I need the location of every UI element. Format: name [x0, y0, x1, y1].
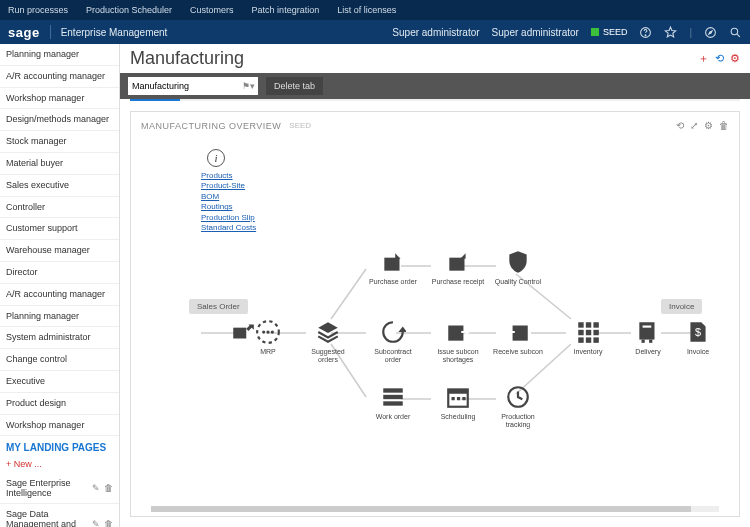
- node-suggested[interactable]: Suggested orders: [301, 319, 355, 363]
- sidebar: Planning manager A/R accounting manager …: [0, 44, 120, 527]
- app-header: sage Enterprise Management Super adminis…: [0, 20, 750, 44]
- edit-icon[interactable]: ✎: [92, 519, 100, 527]
- info-link[interactable]: Standard Costs: [201, 223, 256, 233]
- topnav-link[interactable]: Production Scheduler: [86, 5, 172, 15]
- top-nav: Run processes Production Scheduler Custo…: [0, 0, 750, 20]
- topnav-link[interactable]: Patch integration: [252, 5, 320, 15]
- delete-icon[interactable]: 🗑: [719, 120, 729, 131]
- svg-rect-45: [586, 337, 591, 342]
- info-icon[interactable]: i: [207, 149, 225, 167]
- node-inv[interactable]: Inventory: [561, 319, 615, 356]
- search-icon[interactable]: [729, 26, 742, 39]
- sidebar-item[interactable]: Change control: [0, 349, 119, 371]
- svg-rect-44: [578, 337, 583, 342]
- svg-rect-42: [586, 330, 591, 335]
- add-icon[interactable]: ＋: [698, 51, 709, 66]
- svg-point-1: [645, 34, 646, 35]
- node-del[interactable]: Delivery: [621, 319, 675, 356]
- compass-icon[interactable]: [704, 26, 717, 39]
- sidebar-item[interactable]: A/R accounting manager: [0, 66, 119, 88]
- help-icon[interactable]: [639, 26, 652, 39]
- topnav-link[interactable]: Customers: [190, 5, 234, 15]
- refresh-icon[interactable]: ⟲: [676, 120, 684, 131]
- topnav-link[interactable]: Run processes: [8, 5, 68, 15]
- landing-item[interactable]: Sage Enterprise Intelligence✎🗑: [0, 473, 119, 504]
- delete-icon[interactable]: 🗑: [104, 483, 113, 493]
- svg-rect-30: [383, 395, 403, 399]
- sidebar-item[interactable]: Workshop manager: [0, 415, 119, 437]
- svg-rect-41: [578, 330, 583, 335]
- invoice-tag[interactable]: Invoice: [661, 299, 702, 314]
- svg-point-3: [731, 28, 738, 35]
- sidebar-item[interactable]: A/R accounting manager: [0, 284, 119, 306]
- delete-icon[interactable]: 🗑: [104, 519, 113, 527]
- node-recv[interactable]: Receive subcon: [491, 319, 545, 356]
- flag-icon[interactable]: ⚑▾: [242, 81, 255, 91]
- info-link[interactable]: BOM: [201, 192, 256, 202]
- sales-order-tag[interactable]: Sales Order: [189, 299, 248, 314]
- node-mrp[interactable]: MRP: [241, 319, 295, 356]
- sidebar-item[interactable]: Material buyer: [0, 153, 119, 175]
- favorite-icon[interactable]: [664, 26, 677, 39]
- node-pr[interactable]: Purchase receipt: [431, 249, 485, 286]
- svg-rect-27: [448, 326, 463, 341]
- svg-rect-43: [593, 330, 598, 335]
- node-sched[interactable]: Scheduling: [431, 384, 485, 421]
- edit-icon[interactable]: ✎: [92, 483, 100, 493]
- gear-icon[interactable]: ⚙: [730, 52, 740, 65]
- gear-icon[interactable]: ⚙: [704, 120, 713, 131]
- svg-rect-46: [593, 337, 598, 342]
- sync-icon[interactable]: ⟲: [715, 52, 724, 65]
- node-track[interactable]: Production tracking: [491, 384, 545, 428]
- sidebar-item[interactable]: Product design: [0, 393, 119, 415]
- new-landing-button[interactable]: + New ...: [0, 459, 119, 473]
- sidebar-item[interactable]: Planning manager: [0, 44, 119, 66]
- sidebar-item[interactable]: Controller: [0, 197, 119, 219]
- sidebar-item[interactable]: System administrator: [0, 327, 119, 349]
- sidebar-item[interactable]: Workshop manager: [0, 88, 119, 110]
- svg-rect-34: [452, 397, 455, 400]
- svg-rect-36: [462, 397, 465, 400]
- svg-line-12: [331, 269, 366, 319]
- landing-item[interactable]: Sage Data Management and Analytics✎🗑: [0, 504, 119, 527]
- node-sub[interactable]: Subcontract order: [366, 319, 420, 363]
- sidebar-item[interactable]: Stock manager: [0, 131, 119, 153]
- node-qc[interactable]: Quality Control: [491, 249, 545, 286]
- horizontal-scrollbar[interactable]: [151, 506, 719, 512]
- svg-text:$: $: [695, 326, 701, 338]
- sidebar-item[interactable]: Design/methods manager: [0, 109, 119, 131]
- svg-rect-40: [593, 322, 598, 327]
- sidebar-item[interactable]: Planning manager: [0, 306, 119, 328]
- info-link[interactable]: Routings: [201, 202, 256, 212]
- sidebar-item[interactable]: Customer support: [0, 218, 119, 240]
- node-issue[interactable]: Issue subcon shortages: [431, 319, 485, 363]
- info-link[interactable]: Product-Site: [201, 181, 256, 191]
- expand-icon[interactable]: ⤢: [690, 120, 698, 131]
- topnav-link[interactable]: List of licenses: [337, 5, 396, 15]
- node-invc[interactable]: $Invoice: [671, 319, 725, 356]
- overview-panel: MANUFACTURING OVERVIEW SEED ⟲ ⤢ ⚙ 🗑 i Pr…: [130, 111, 740, 517]
- sidebar-item[interactable]: Sales executive: [0, 175, 119, 197]
- sidebar-item[interactable]: Warehouse manager: [0, 240, 119, 262]
- tab-bar: ⚑▾ Delete tab: [120, 73, 750, 99]
- svg-rect-33: [448, 389, 468, 393]
- env-badge[interactable]: SEED: [591, 27, 628, 37]
- info-link[interactable]: Production Slip: [201, 213, 256, 223]
- svg-rect-38: [578, 322, 583, 327]
- svg-rect-29: [383, 388, 403, 392]
- brand-logo: sage: [8, 25, 40, 40]
- svg-rect-26: [449, 258, 464, 271]
- sidebar-item[interactable]: Executive: [0, 371, 119, 393]
- sidebar-item[interactable]: Director: [0, 262, 119, 284]
- svg-rect-28: [513, 326, 528, 341]
- user-label[interactable]: Super administrator: [392, 27, 479, 38]
- delete-tab-button[interactable]: Delete tab: [266, 77, 323, 95]
- node-wo[interactable]: Work order: [366, 384, 420, 421]
- tab-name-input[interactable]: [128, 77, 258, 95]
- info-link[interactable]: Products: [201, 171, 256, 181]
- process-diagram: Sales Order Invoice MRP Suggested orders…: [141, 249, 729, 496]
- brand-subtitle: Enterprise Management: [61, 27, 168, 38]
- panel-subtitle: SEED: [289, 121, 311, 130]
- user-label[interactable]: Super administrator: [492, 27, 579, 38]
- node-po[interactable]: Purchase order: [366, 249, 420, 286]
